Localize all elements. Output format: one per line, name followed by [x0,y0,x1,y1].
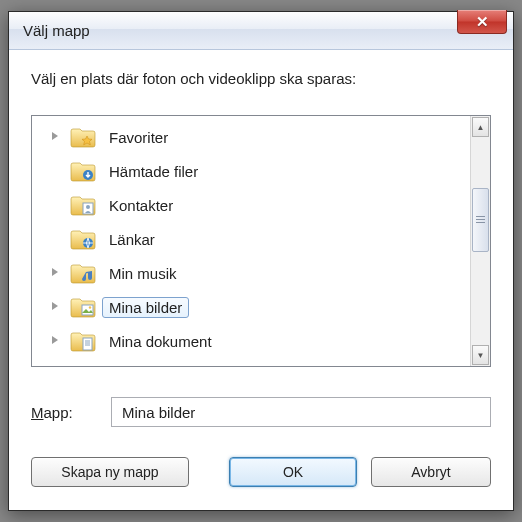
expander-icon[interactable] [52,131,64,143]
scroll-up-button[interactable]: ▲ [472,117,489,137]
folder-contacts-icon [70,194,96,216]
tree-item[interactable]: Länkar [32,222,470,256]
expander-icon[interactable] [52,335,64,347]
tree-item[interactable]: Hämtade filer [32,154,470,188]
folder-picker-dialog: Välj mapp ✕ Välj en plats där foton och … [8,11,514,511]
ok-button[interactable]: OK [229,457,357,487]
tree-item-label: Mina dokument [102,332,219,351]
close-icon: ✕ [476,13,489,31]
scroll-thumb[interactable] [472,188,489,252]
tree-item-label: Länkar [102,230,162,249]
folder-star-icon [70,126,96,148]
window-title: Välj mapp [23,22,90,39]
button-row: Skapa ny mapp OK Avbryt [31,457,491,487]
folder-pictures-icon [70,296,96,318]
tree-item[interactable]: Mina bilder [32,290,470,324]
tree-item-label: Mina bilder [102,297,189,318]
expander-icon [52,233,64,245]
svg-rect-6 [83,338,92,350]
dialog-body: Välj en plats där foton och videoklipp s… [9,50,513,503]
tree-item[interactable]: Favoriter [32,120,470,154]
expander-icon[interactable] [52,301,64,313]
close-button[interactable]: ✕ [457,10,507,34]
folder-name-input[interactable] [111,397,491,427]
folder-docs-icon [70,330,96,352]
svg-point-5 [89,306,91,308]
tree-item-label: Favoriter [102,128,175,147]
folder-tree[interactable]: FavoriterHämtade filerKontakterLänkarMin… [32,116,470,366]
tree-item-label: Kontakter [102,196,180,215]
expander-icon [52,165,64,177]
titlebar[interactable]: Välj mapp ✕ [9,12,513,50]
right-buttons: OK Avbryt [229,457,491,487]
svg-point-2 [86,205,90,209]
folder-download-icon [70,160,96,182]
folder-name-row: Mapp: [31,397,491,427]
svg-rect-4 [82,305,93,315]
scroll-down-button[interactable]: ▼ [472,345,489,365]
tree-item-label: Min musik [102,264,184,283]
expander-icon[interactable] [52,267,64,279]
tree-item[interactable]: Min musik [32,256,470,290]
cancel-button[interactable]: Avbryt [371,457,491,487]
instruction-text: Välj en plats där foton och videoklipp s… [31,70,491,87]
expander-icon [52,199,64,211]
folder-tree-panel: FavoriterHämtade filerKontakterLänkarMin… [31,115,491,367]
vertical-scrollbar[interactable]: ▲ ▼ [470,116,490,366]
scroll-track[interactable] [471,138,490,344]
folder-music-icon [70,262,96,284]
tree-item[interactable]: Kontakter [32,188,470,222]
tree-item-label: Hämtade filer [102,162,205,181]
folder-links-icon [70,228,96,250]
folder-name-label: Mapp: [31,404,111,421]
new-folder-button[interactable]: Skapa ny mapp [31,457,189,487]
tree-item[interactable]: Mina dokument [32,324,470,358]
